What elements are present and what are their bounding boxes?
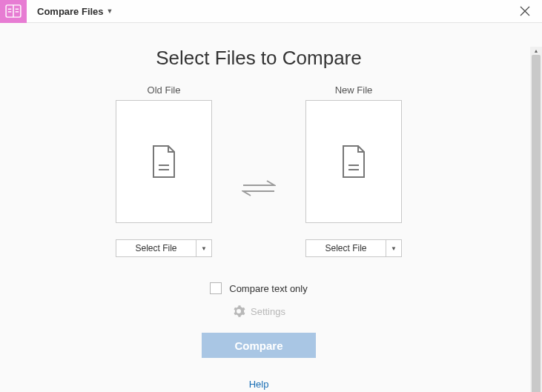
options: Compare text only Settings Compare Help [0, 282, 518, 390]
scrollbar-thumb[interactable] [532, 55, 541, 392]
scroll-up-button[interactable]: ▴ [530, 47, 542, 55]
new-select-file: Select File ▼ [305, 239, 402, 257]
gear-icon [232, 305, 245, 318]
titlebar: Compare Files ▼ [0, 0, 542, 23]
settings-button[interactable]: Settings [232, 305, 285, 318]
help-link-label: Help [249, 379, 269, 390]
menu-label: Compare Files [37, 6, 104, 17]
compare-button-label: Compare [234, 339, 282, 352]
new-select-file-button[interactable]: Select File [306, 240, 386, 256]
compare-button[interactable]: Compare [202, 333, 316, 358]
old-file-panel: Old File Select File ▼ [116, 84, 212, 257]
compare-text-only-checkbox[interactable]: Compare text only [210, 282, 308, 294]
settings-label: Settings [251, 306, 285, 317]
old-select-file-button[interactable]: Select File [116, 240, 196, 256]
body-area: Select Files to Compare Old File Select … [0, 47, 542, 392]
swap-icon [242, 179, 276, 201]
old-file-label: Old File [148, 84, 181, 96]
new-select-file-dropdown[interactable]: ▼ [386, 240, 401, 256]
checkbox-box [210, 282, 222, 294]
new-file-label: New File [335, 84, 373, 96]
caret-down-icon: ▼ [201, 245, 207, 252]
content: Select Files to Compare Old File Select … [0, 47, 529, 390]
page-title: Select Files to Compare [0, 47, 518, 70]
new-file-panel: New File Select File ▼ [305, 84, 402, 257]
file-icon [340, 144, 367, 179]
old-file-dropzone[interactable] [116, 100, 212, 223]
old-select-file: Select File ▼ [116, 239, 212, 257]
caret-down-icon: ▼ [391, 245, 397, 252]
file-icon [151, 144, 177, 179]
old-select-file-dropdown[interactable]: ▼ [196, 240, 211, 256]
compare-files-menu[interactable]: Compare Files ▼ [27, 6, 124, 17]
checkbox-label: Compare text only [229, 283, 308, 294]
close-button[interactable] [508, 0, 542, 23]
vertical-scrollbar[interactable]: ▴ ▾ [530, 47, 542, 392]
file-panels: Old File Select File ▼ [0, 84, 518, 257]
new-file-dropzone[interactable] [305, 100, 402, 223]
caret-down-icon: ▼ [107, 7, 113, 15]
select-file-label: Select File [325, 243, 366, 253]
select-file-label: Select File [135, 243, 176, 253]
app-icon [0, 0, 27, 23]
close-icon [520, 6, 530, 16]
help-link[interactable]: Help [249, 379, 269, 390]
